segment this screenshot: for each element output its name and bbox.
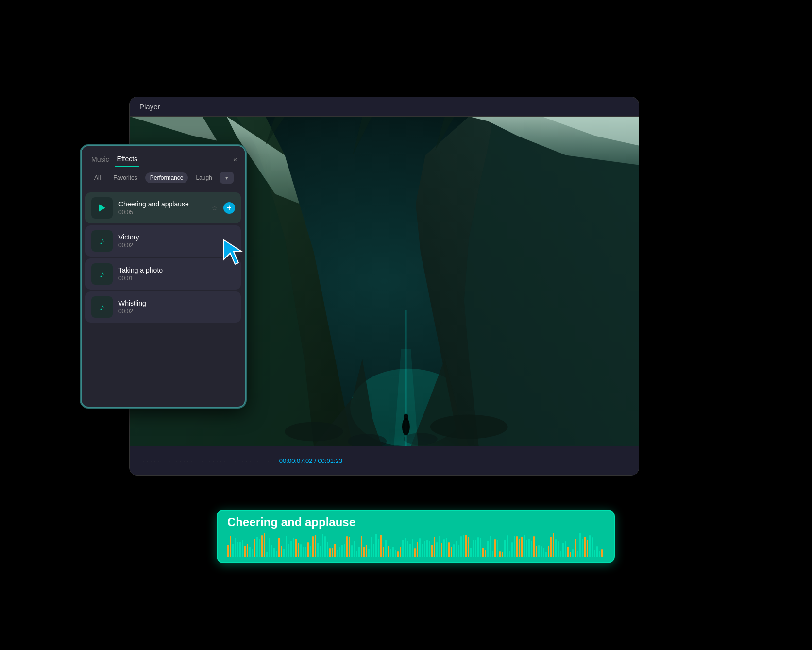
tab-music[interactable]: Music (89, 153, 111, 166)
waveform-bar-segment (373, 544, 374, 557)
waveform-bar-segment (507, 535, 508, 557)
waveform-bar-segment (366, 545, 367, 557)
sound-name: Taking a photo (118, 266, 235, 274)
sound-duration: 00:02 (118, 242, 235, 249)
waveform-bar-segment (283, 549, 285, 557)
svg-point-4 (430, 414, 508, 439)
waveform-bar-segment (533, 536, 535, 557)
waveform-bar-segment (380, 535, 382, 557)
filter-row: All Favorites Performance Laugh ▾ (82, 167, 245, 188)
add-button[interactable]: + (223, 202, 235, 214)
waveform-bar-segment (400, 547, 401, 557)
waveform-bar-segment (599, 551, 600, 557)
waveform-bar-segment (264, 533, 265, 557)
waveform-bar-segment (281, 546, 282, 557)
waveform-bar-segment (237, 542, 238, 557)
waveform-bar-segment (327, 542, 328, 557)
play-icon (99, 204, 105, 212)
waveform-bar-segment (560, 551, 561, 557)
waveform-bar-segment (329, 548, 331, 557)
waveform-bar-segment (594, 550, 595, 557)
waveform-bar-segment (295, 539, 297, 557)
tab-effects[interactable]: Effects (115, 152, 140, 167)
music-note-icon: ♪ (100, 301, 105, 313)
list-item[interactable]: ♪ Whistling 00:02 (85, 291, 241, 323)
music-note-icon: ♪ (100, 235, 105, 247)
waveform-bar-segment (596, 546, 598, 557)
list-item[interactable]: ♪ Victory 00:02 (85, 225, 241, 257)
sound-info: Cheering and applause 00:05 (118, 200, 203, 216)
favorite-button[interactable]: ☆ (209, 202, 220, 214)
filter-favorites[interactable]: Favorites (108, 172, 142, 183)
filter-dropdown[interactable]: ▾ (220, 172, 234, 184)
waveform-bar-segment (521, 537, 523, 557)
waveform-bar-segment (446, 538, 447, 557)
waveform-bar-segment (468, 537, 469, 557)
effects-panel: Music Effects « All Favorites Performanc… (81, 145, 246, 408)
waveform-bar-segment (378, 539, 379, 557)
waveform-bar-segment (577, 551, 578, 557)
waveform-bar-segment (589, 535, 591, 557)
waveform-bar-segment (261, 535, 263, 557)
waveform-bar-segment (587, 540, 588, 557)
waveform-bar-segment (579, 533, 581, 557)
waveform-bar-segment (300, 544, 302, 557)
waveform-bar-segment (346, 536, 348, 557)
waveform-bar-segment (320, 546, 321, 557)
svg-point-9 (404, 413, 408, 420)
waveform-bar-segment (584, 537, 586, 557)
sound-info: Whistling 00:02 (118, 299, 235, 315)
list-item[interactable]: Cheering and applause 00:05 ☆ + (85, 192, 241, 223)
waveform-bar-segment (434, 537, 435, 557)
waveform-bar-segment (361, 536, 362, 557)
waveform-bar-segment (259, 539, 260, 557)
waveform-bar-segment (565, 541, 566, 557)
sound-actions: ☆ + (209, 202, 235, 214)
waveform-bar-segment (344, 544, 345, 557)
sound-duration: 00:01 (118, 275, 235, 282)
sound-icon-box (91, 197, 113, 219)
waveform-bar-segment (337, 550, 338, 557)
filter-laugh[interactable]: Laugh (191, 172, 217, 183)
waveform-bar-segment (256, 537, 258, 557)
sound-duration: 00:02 (118, 308, 235, 315)
waveform-bar-segment (288, 544, 289, 557)
waveform-bar-segment (247, 544, 248, 557)
waveform-bar-segment (604, 549, 604, 557)
waveform-bar-segment (550, 537, 552, 557)
waveform-bar-segment (298, 543, 299, 557)
waveform-bar-segment (395, 550, 396, 557)
waveform-bar-segment (482, 548, 484, 557)
filter-performance[interactable]: Performance (145, 172, 188, 183)
waveform-bar-segment (405, 538, 406, 557)
svg-point-3 (285, 422, 343, 441)
waveform-bar-segment (239, 542, 241, 557)
collapse-button[interactable]: « (233, 155, 237, 163)
waveform-bar-segment (431, 545, 433, 557)
list-item[interactable]: ♪ Taking a photo 00:01 (85, 258, 241, 290)
waveform-bar-segment (558, 541, 559, 557)
waveform-bar-segment (332, 548, 333, 557)
waveform-bar-segment (419, 538, 421, 557)
waveform-bar-segment (271, 545, 272, 557)
waveform-bar-segment (290, 541, 292, 557)
waveform-bar-segment (286, 536, 287, 557)
waveform-bar-segment (412, 539, 413, 557)
waveform-bar-segment (477, 537, 479, 557)
waveform-bar-segment (497, 540, 498, 557)
waveform-bar-segment (443, 539, 445, 557)
waveform-bar-segment (436, 542, 438, 557)
waveform-bar-segment (460, 536, 462, 557)
waveform-bar-segment (526, 540, 527, 557)
waveform-bar-segment (582, 539, 583, 557)
waveform-bar-segment (439, 536, 440, 557)
filter-all[interactable]: All (89, 172, 105, 183)
sound-duration: 00:05 (118, 209, 203, 216)
waveform-bar-segment (480, 538, 481, 557)
waveform-bar-segment (426, 540, 428, 557)
waveform-bar-segment (509, 551, 510, 557)
waveform-bar-segment (227, 545, 229, 557)
waveform-visual (227, 533, 604, 557)
sound-icon-box: ♪ (91, 230, 113, 252)
waveform-bar-segment (536, 546, 537, 557)
